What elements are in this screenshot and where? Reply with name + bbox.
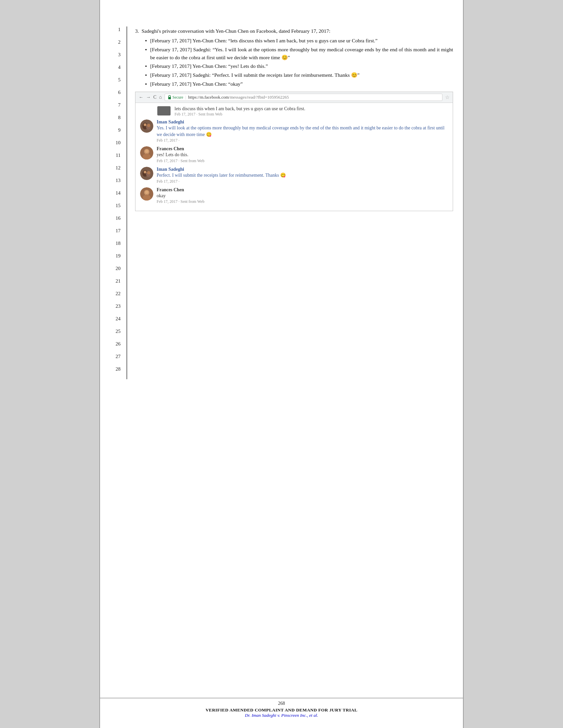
prev-msg-meta: Feb 17, 2017 · Sent from Web bbox=[174, 112, 305, 117]
bullet-2: • [February 17, 2017] Sadeghi: “Yes. I w… bbox=[135, 46, 453, 62]
line-18: 18 bbox=[116, 241, 120, 253]
line-numbers: 1 2 3 4 5 6 7 8 9 10 11 12 13 14 15 16 1… bbox=[100, 26, 126, 379]
iman-message-body-1: Iman Sadeghi Yes. I will look at the opt… bbox=[157, 119, 448, 143]
line-25: 25 bbox=[116, 329, 120, 341]
line-1: 1 bbox=[118, 27, 121, 40]
iman-msg-meta-1: Feb 17, 2017 · bbox=[157, 138, 448, 143]
line-4: 4 bbox=[118, 65, 121, 77]
section-3-title: 3. Sadeghi's private conversation with Y… bbox=[135, 27, 453, 35]
footer-title: VERIFIED AMENDED COMPLAINT AND DEMAND FO… bbox=[100, 707, 463, 713]
line-2: 2 bbox=[118, 40, 121, 52]
iman-sender-name-2: Iman Sadeghi bbox=[157, 167, 286, 172]
content-column: 3. Sadeghi's private conversation with Y… bbox=[126, 26, 463, 379]
frances-msg-content-1: yes! Lets do this. bbox=[157, 152, 204, 158]
line-14: 14 bbox=[116, 191, 120, 203]
svg-rect-0 bbox=[168, 97, 171, 99]
lock-icon bbox=[167, 95, 171, 100]
svg-point-18 bbox=[145, 191, 148, 194]
iman-message-body-2: Iman Sadeghi Perfect. I will submit the … bbox=[157, 167, 286, 184]
bullet-5: • [February 17, 2017] Yen-Chun Chen: “ok… bbox=[135, 80, 453, 88]
iman-msg-content-1: Yes. I will look at the options more thr… bbox=[157, 125, 448, 138]
line-10: 10 bbox=[116, 140, 120, 153]
page-number: 268 bbox=[100, 701, 463, 706]
refresh-button[interactable]: C bbox=[153, 95, 156, 100]
frances-msg-meta-1: Feb 17, 2017 · Sent from Web bbox=[157, 159, 204, 163]
svg-point-14 bbox=[147, 171, 150, 174]
line-20: 20 bbox=[116, 266, 120, 279]
document-page: 1 2 3 4 5 6 7 8 9 10 11 12 13 14 15 16 1… bbox=[99, 0, 464, 728]
iman-msg-content-2: Perfect. I will submit the receipts late… bbox=[157, 172, 286, 179]
line-17: 17 bbox=[116, 228, 120, 241]
line-24: 24 bbox=[116, 316, 120, 329]
frances-msg-content-2: okay bbox=[157, 193, 204, 199]
line-9: 9 bbox=[118, 128, 121, 140]
line-5: 5 bbox=[118, 77, 121, 90]
bullet-2-text: [February 17, 2017] Sadeghi: “Yes. I wil… bbox=[150, 46, 453, 62]
line-27: 27 bbox=[116, 354, 120, 367]
iman-msg-meta-2: Feb 17, 2017 · bbox=[157, 179, 286, 184]
bullet-symbol-5: • bbox=[145, 80, 147, 88]
bullet-4: • [February 17, 2017] Sadeghi: “Perfect.… bbox=[135, 71, 453, 79]
page-footer: 268 VERIFIED AMENDED COMPLAINT AND DEMAN… bbox=[100, 698, 463, 718]
svg-point-5 bbox=[147, 124, 150, 127]
facebook-messages-content: lets discuss this when I am back, but ye… bbox=[135, 103, 453, 211]
bullet-5-text: [February 17, 2017] Yen-Chun Chen: “okay… bbox=[150, 80, 243, 88]
browser-toolbar: ← → C ⌂ Secure | bbox=[135, 92, 453, 103]
line-21: 21 bbox=[116, 279, 120, 291]
bullet-3-text: [February 17, 2017] Yen-Chun Chen: “yes!… bbox=[150, 62, 268, 70]
line-3: 3 bbox=[118, 52, 121, 65]
line-22: 22 bbox=[116, 291, 120, 304]
line-8: 8 bbox=[118, 115, 121, 128]
forward-button[interactable]: → bbox=[146, 95, 151, 100]
browser-screenshot: ← → C ⌂ Secure | bbox=[135, 92, 453, 211]
bullet-3: • [February 17, 2017] Yen-Chun Chen: “ye… bbox=[135, 62, 453, 70]
bullet-1-text: [February 17, 2017] Yen-Chun Chen: “lets… bbox=[150, 37, 378, 45]
frances-avatar-1 bbox=[140, 146, 153, 161]
bullet-symbol-2: • bbox=[145, 46, 147, 62]
line-12: 12 bbox=[116, 165, 120, 178]
svg-point-9 bbox=[145, 150, 148, 153]
line-15: 15 bbox=[116, 203, 120, 216]
frances-avatar-2 bbox=[140, 187, 153, 202]
line-16: 16 bbox=[116, 216, 120, 228]
line-19: 19 bbox=[116, 253, 120, 266]
url-text: https://m.facebook.com/messages/read/?fb… bbox=[188, 95, 289, 100]
bookmark-star-icon[interactable]: ☆ bbox=[445, 94, 449, 100]
svg-point-4 bbox=[144, 123, 146, 126]
line-26: 26 bbox=[116, 341, 120, 354]
svg-point-13 bbox=[144, 171, 146, 173]
frances-sender-name-1: Frances Chen bbox=[157, 146, 204, 152]
prev-msg-text: lets discuss this when I am back, but ye… bbox=[174, 106, 305, 112]
line-7: 7 bbox=[118, 103, 121, 115]
frances-message-body-1: Frances Chen yes! Lets do this. Feb 17, … bbox=[157, 146, 204, 163]
line-23: 23 bbox=[116, 304, 120, 316]
bullet-4-text: [February 17, 2017] Sadeghi: “Perfect. I… bbox=[150, 71, 360, 79]
line-11: 11 bbox=[116, 153, 120, 165]
footer-subtitle: Dr. Iman Sadeghi v. Pinscreen Inc., et a… bbox=[100, 713, 463, 718]
frances-message-body-2: Frances Chen okay Feb 17, 2017 · Sent fr… bbox=[157, 187, 204, 205]
line-13: 13 bbox=[116, 178, 120, 191]
bullet-symbol-1: • bbox=[145, 37, 147, 45]
bullet-1: • [February 17, 2017] Yen-Chun Chen: “le… bbox=[135, 37, 453, 45]
iman-sender-name-1: Iman Sadeghi bbox=[157, 119, 448, 125]
line-28: 28 bbox=[116, 367, 120, 379]
prev-message-block: lets discuss this when I am back, but ye… bbox=[140, 106, 448, 117]
footer-divider bbox=[100, 698, 463, 698]
home-button[interactable]: ⌂ bbox=[159, 95, 162, 100]
bullet-symbol-3: • bbox=[145, 63, 147, 70]
message-iman-2: Iman Sadeghi Perfect. I will submit the … bbox=[140, 167, 448, 184]
message-iman-1: Iman Sadeghi Yes. I will look at the opt… bbox=[140, 119, 448, 143]
url-bar[interactable]: Secure | https://m.facebook.com/messages… bbox=[164, 94, 443, 101]
frances-msg-meta-2: Feb 17, 2017 · Sent from Web bbox=[157, 199, 204, 204]
bullet-symbol-4: • bbox=[145, 71, 147, 79]
message-frances-1: Frances Chen yes! Lets do this. Feb 17, … bbox=[140, 146, 448, 163]
message-frances-2: Frances Chen okay Feb 17, 2017 · Sent fr… bbox=[140, 187, 448, 205]
frances-sender-name-2: Frances Chen bbox=[157, 187, 204, 193]
line-6: 6 bbox=[118, 90, 121, 103]
back-button[interactable]: ← bbox=[139, 95, 143, 100]
iman-avatar-2 bbox=[140, 167, 153, 181]
iman-avatar-1 bbox=[140, 119, 153, 134]
secure-badge: Secure bbox=[167, 95, 183, 100]
